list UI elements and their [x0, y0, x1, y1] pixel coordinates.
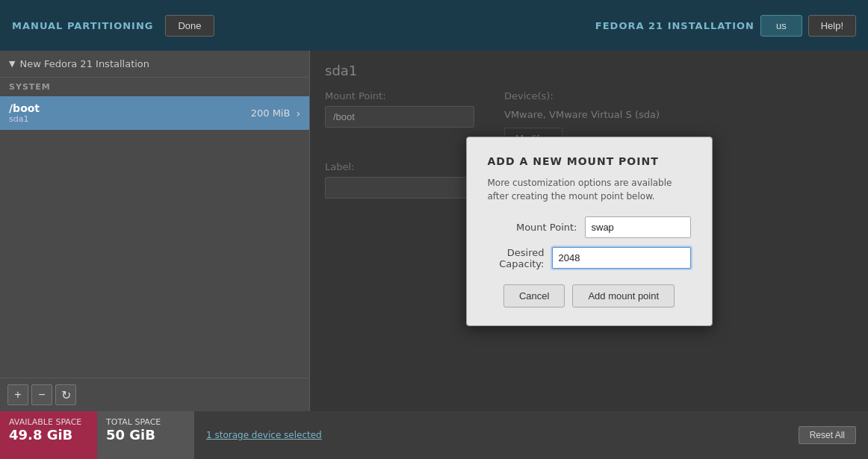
- sidebar-item-boot-arrow-icon: ›: [296, 107, 300, 119]
- sidebar: ▼ New Fedora 21 Installation SYSTEM /boo…: [0, 51, 310, 411]
- sidebar-arrow-icon: ▼: [9, 59, 15, 69]
- sidebar-controls: + − ↻: [0, 378, 309, 411]
- dialog-title: ADD A NEW MOUNT POINT: [488, 155, 691, 167]
- space-badges-row: AVAILABLE SPACE 49.8 GiB TOTAL SPACE 50 …: [0, 411, 868, 459]
- top-bar: MANUAL PARTITIONING Done FEDORA 21 INSTA…: [0, 0, 868, 51]
- sidebar-header: ▼ New Fedora 21 Installation: [0, 51, 309, 78]
- sidebar-item-boot-size: 200 MiB: [251, 107, 291, 119]
- available-space-value-2: 49.8 GiB: [9, 427, 88, 443]
- add-partition-button[interactable]: +: [7, 384, 28, 405]
- dialog-buttons: Cancel Add mount point: [488, 284, 691, 307]
- done-button[interactable]: Done: [165, 15, 214, 37]
- dialog-cancel-button[interactable]: Cancel: [503, 284, 565, 307]
- dialog-description: More customization options are available…: [488, 176, 691, 203]
- dialog-capacity-label: Desired Capacity:: [488, 247, 545, 269]
- dialog-mount-point-input[interactable]: [586, 217, 691, 237]
- language-button[interactable]: us: [760, 15, 802, 37]
- body-area: ▼ New Fedora 21 Installation SYSTEM /boo…: [0, 51, 868, 459]
- sidebar-item-boot-sub: sda1: [9, 114, 40, 124]
- sidebar-bottom: + − ↻ AVAILABLE SPACE 49.8 GiB TOTAL SPA…: [0, 378, 309, 411]
- total-space-badge-2: TOTAL SPACE 50 GiB: [97, 411, 194, 459]
- panels-row: ▼ New Fedora 21 Installation SYSTEM /boo…: [0, 51, 868, 411]
- dialog-capacity-input[interactable]: [552, 247, 691, 269]
- install-title: FEDORA 21 INSTALLATION: [595, 20, 754, 31]
- storage-device-link[interactable]: 1 storage device selected: [206, 430, 322, 440]
- dialog-mount-point-row: Mount Point: ▼: [488, 216, 691, 238]
- top-bar-right: FEDORA 21 INSTALLATION us Help!: [595, 15, 856, 37]
- sidebar-item-boot[interactable]: /boot sda1 200 MiB ›: [0, 96, 309, 130]
- sidebar-section-label: SYSTEM: [0, 78, 309, 96]
- available-space-label-2: AVAILABLE SPACE: [9, 417, 88, 427]
- dialog-overlay: ADD A NEW MOUNT POINT More customization…: [310, 51, 868, 411]
- right-panel: sda1 Mount Point: Device(s): VMware, VMw…: [310, 51, 868, 411]
- dialog-add-mount-point-button[interactable]: Add mount point: [572, 284, 675, 307]
- dialog-capacity-row: Desired Capacity:: [488, 247, 691, 269]
- refresh-partition-button[interactable]: ↻: [55, 384, 76, 405]
- sidebar-header-label: New Fedora 21 Installation: [19, 58, 149, 69]
- manual-partitioning-title: MANUAL PARTITIONING: [12, 20, 153, 31]
- sidebar-item-boot-right: 200 MiB ›: [251, 107, 300, 119]
- bottom-bar: 1 storage device selected Reset All: [194, 411, 868, 459]
- sidebar-item-boot-name: /boot: [9, 102, 40, 114]
- available-space-badge-2: AVAILABLE SPACE 49.8 GiB: [0, 411, 97, 459]
- dialog-mount-point-input-wrapper: ▼: [585, 216, 691, 238]
- dialog-mount-point-label: Mount Point:: [488, 222, 577, 233]
- sidebar-spacer: [0, 130, 309, 378]
- total-space-label-2: TOTAL SPACE: [106, 417, 185, 427]
- help-button[interactable]: Help!: [808, 15, 856, 37]
- sidebar-item-boot-left: /boot sda1: [9, 102, 40, 124]
- reset-all-button[interactable]: Reset All: [799, 426, 856, 444]
- add-mount-point-dialog: ADD A NEW MOUNT POINT More customization…: [466, 137, 713, 326]
- total-space-value-2: 50 GiB: [106, 427, 185, 443]
- remove-partition-button[interactable]: −: [31, 384, 52, 405]
- top-bar-left: MANUAL PARTITIONING Done: [12, 15, 214, 37]
